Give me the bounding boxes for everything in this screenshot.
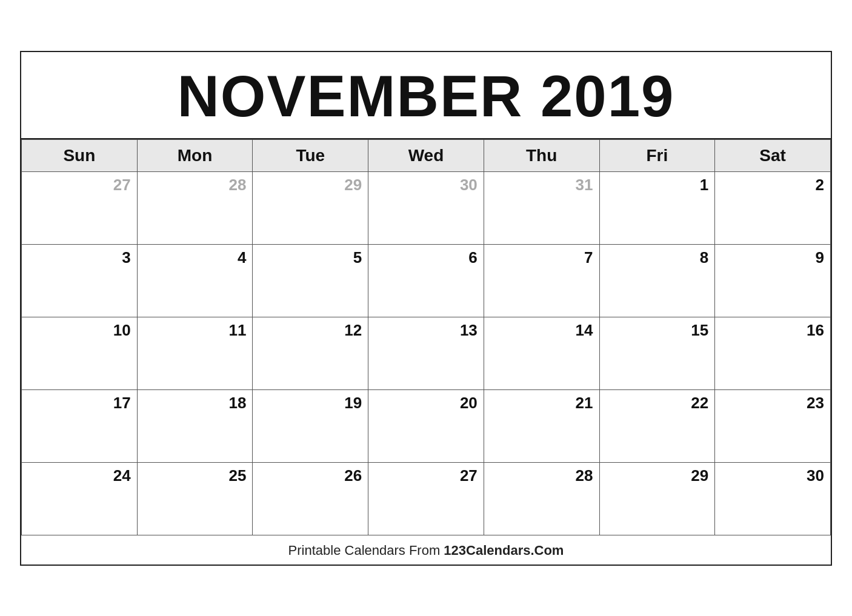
calendar-day-cell: 17 bbox=[22, 389, 138, 462]
calendar-week-row: 272829303112 bbox=[22, 171, 831, 244]
calendar-day-cell: 26 bbox=[253, 462, 368, 535]
calendar-day-cell: 27 bbox=[22, 171, 138, 244]
calendar-day-cell: 8 bbox=[599, 244, 715, 317]
calendar-container: NOVEMBER 2019 SunMonTueWedThuFriSat 2728… bbox=[20, 51, 832, 566]
calendar-day-cell: 11 bbox=[137, 317, 253, 389]
calendar-day-cell: 10 bbox=[22, 317, 138, 389]
calendar-day-cell: 18 bbox=[137, 389, 253, 462]
calendar-week-row: 3456789 bbox=[22, 244, 831, 317]
calendar-day-cell: 9 bbox=[715, 244, 831, 317]
calendar-day-cell: 23 bbox=[715, 389, 831, 462]
calendar-day-cell: 1 bbox=[599, 171, 715, 244]
calendar-day-cell: 20 bbox=[368, 389, 484, 462]
day-header-tue: Tue bbox=[253, 139, 368, 171]
calendar-day-cell: 19 bbox=[253, 389, 368, 462]
calendar-day-cell: 24 bbox=[22, 462, 138, 535]
calendar-day-cell: 3 bbox=[22, 244, 138, 317]
calendar-day-cell: 27 bbox=[368, 462, 484, 535]
calendar-day-cell: 12 bbox=[253, 317, 368, 389]
calendar-day-cell: 29 bbox=[253, 171, 368, 244]
calendar-header-row: SunMonTueWedThuFriSat bbox=[22, 139, 831, 171]
calendar-day-cell: 22 bbox=[599, 389, 715, 462]
calendar-day-cell: 5 bbox=[253, 244, 368, 317]
day-header-sun: Sun bbox=[22, 139, 138, 171]
calendar-day-cell: 16 bbox=[715, 317, 831, 389]
calendar-day-cell: 2 bbox=[715, 171, 831, 244]
calendar-day-cell: 13 bbox=[368, 317, 484, 389]
day-header-thu: Thu bbox=[484, 139, 599, 171]
calendar-day-cell: 21 bbox=[484, 389, 599, 462]
day-header-wed: Wed bbox=[368, 139, 484, 171]
calendar-day-cell: 6 bbox=[368, 244, 484, 317]
day-header-mon: Mon bbox=[137, 139, 253, 171]
calendar-week-row: 10111213141516 bbox=[22, 317, 831, 389]
calendar-day-cell: 29 bbox=[599, 462, 715, 535]
footer-brand: 123Calendars.Com bbox=[444, 543, 564, 558]
calendar-day-cell: 15 bbox=[599, 317, 715, 389]
calendar-day-cell: 28 bbox=[137, 171, 253, 244]
calendar-day-cell: 31 bbox=[484, 171, 599, 244]
calendar-day-cell: 7 bbox=[484, 244, 599, 317]
calendar-day-cell: 28 bbox=[484, 462, 599, 535]
calendar-day-cell: 30 bbox=[368, 171, 484, 244]
day-header-fri: Fri bbox=[599, 139, 715, 171]
day-header-sat: Sat bbox=[715, 139, 831, 171]
calendar-day-cell: 14 bbox=[484, 317, 599, 389]
calendar-grid: SunMonTueWedThuFriSat 272829303112345678… bbox=[21, 139, 831, 535]
calendar-title: NOVEMBER 2019 bbox=[21, 52, 831, 139]
footer-text: Printable Calendars From bbox=[288, 543, 444, 558]
calendar-day-cell: 4 bbox=[137, 244, 253, 317]
calendar-day-cell: 30 bbox=[715, 462, 831, 535]
calendar-week-row: 24252627282930 bbox=[22, 462, 831, 535]
calendar-day-cell: 25 bbox=[137, 462, 253, 535]
calendar-footer: Printable Calendars From 123Calendars.Co… bbox=[21, 535, 831, 565]
calendar-week-row: 17181920212223 bbox=[22, 389, 831, 462]
